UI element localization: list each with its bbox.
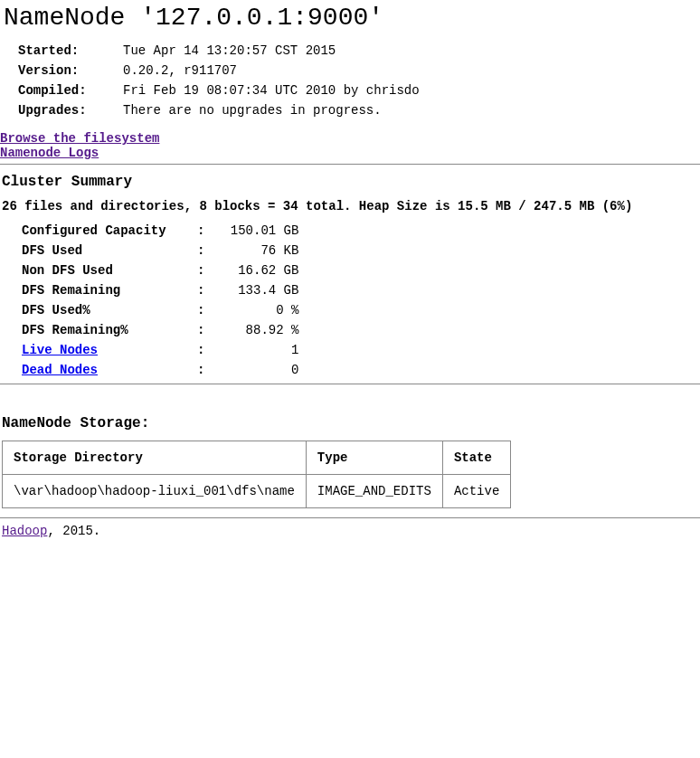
table-row: \var\hadoop\hadoop-liuxi_001\dfs\name IM… xyxy=(3,475,511,508)
dfs-remaining-pct-label: DFS Remaining% xyxy=(18,320,188,340)
storage-table: Storage Directory Type State \var\hadoop… xyxy=(2,441,511,508)
cluster-summary-heading: Cluster Summary xyxy=(2,174,700,190)
dfs-remaining-label: DFS Remaining xyxy=(18,280,188,300)
storage-dir-value: \var\hadoop\hadoop-liuxi_001\dfs\name xyxy=(3,475,307,508)
compiled-value: Fri Feb 19 08:07:34 UTC 2010 by chrisdo xyxy=(123,81,425,100)
dfs-remaining-pct-value: 88.92 % xyxy=(213,320,302,340)
dfs-used-pct-value: 0 % xyxy=(213,300,302,320)
upgrades-value: There are no upgrades in progress. xyxy=(123,100,425,120)
configured-capacity-label: Configured Capacity xyxy=(18,221,188,241)
storage-header-dir: Storage Directory xyxy=(3,441,307,475)
footer-year: , 2015. xyxy=(47,524,100,538)
dfs-remaining-value: 133.4 GB xyxy=(213,280,302,300)
dfs-used-pct-label: DFS Used% xyxy=(18,300,188,320)
info-table: Started: Tue Apr 14 13:20:57 CST 2015 Ve… xyxy=(18,41,425,120)
live-nodes-label: Live Nodes xyxy=(18,340,188,360)
version-value: 0.20.2, r911707 xyxy=(123,61,425,81)
colon: : xyxy=(188,320,213,340)
storage-state-value: Active xyxy=(442,475,510,508)
live-nodes-link[interactable]: Live Nodes xyxy=(22,343,98,357)
colon: : xyxy=(188,221,213,241)
namenode-logs-link[interactable]: Namenode Logs xyxy=(0,146,99,160)
divider xyxy=(0,164,700,165)
page-title: NameNode '127.0.0.1:9000' xyxy=(4,4,700,32)
cluster-table: Configured Capacity : 150.01 GB DFS Used… xyxy=(18,221,302,380)
storage-heading: NameNode Storage: xyxy=(2,415,700,431)
colon: : xyxy=(188,340,213,360)
storage-type-value: IMAGE_AND_EDITS xyxy=(306,475,442,508)
live-nodes-value: 1 xyxy=(213,340,302,360)
upgrades-label: Upgrades: xyxy=(18,100,123,120)
footer: Hadoop, 2015. xyxy=(2,524,700,538)
configured-capacity-value: 150.01 GB xyxy=(213,221,302,241)
dfs-used-label: DFS Used xyxy=(18,241,188,261)
non-dfs-used-label: Non DFS Used xyxy=(18,261,188,280)
cluster-summary-text: 26 files and directories, 8 blocks = 34 … xyxy=(2,199,700,213)
colon: : xyxy=(188,280,213,300)
divider xyxy=(0,384,700,384)
started-value: Tue Apr 14 13:20:57 CST 2015 xyxy=(123,41,425,61)
non-dfs-used-value: 16.62 GB xyxy=(213,261,302,280)
dead-nodes-value: 0 xyxy=(213,360,302,380)
started-label: Started: xyxy=(18,41,123,61)
compiled-label: Compiled: xyxy=(18,81,123,100)
colon: : xyxy=(188,261,213,280)
version-label: Version: xyxy=(18,61,123,81)
divider xyxy=(0,517,700,518)
storage-header-type: Type xyxy=(306,441,442,475)
colon: : xyxy=(188,241,213,261)
dfs-used-value: 76 KB xyxy=(213,241,302,261)
storage-header-state: State xyxy=(442,441,510,475)
nav-links: Browse the filesystem Namenode Logs xyxy=(0,131,700,160)
dead-nodes-link[interactable]: Dead Nodes xyxy=(22,363,98,377)
browse-filesystem-link[interactable]: Browse the filesystem xyxy=(0,131,159,146)
colon: : xyxy=(188,300,213,320)
hadoop-footer-link[interactable]: Hadoop xyxy=(2,524,47,538)
dead-nodes-label: Dead Nodes xyxy=(18,360,188,380)
colon: : xyxy=(188,360,213,380)
